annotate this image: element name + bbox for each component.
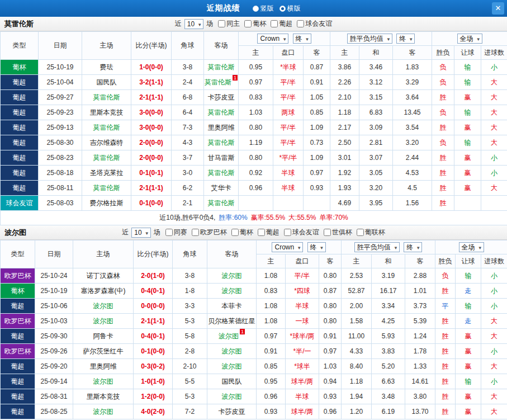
handicap-odds-away: 0.91 [319,329,342,344]
filter-checkbox-欧罗巴杯[interactable]: 欧罗巴杯 [192,228,227,237]
corner-score: 5-3 [173,389,207,404]
layout-radio-horizontal[interactable]: 横版 [279,4,301,13]
avg-odds-away: 3.64 [393,90,432,105]
team-name: 莫雷伦斯 [4,19,34,29]
handicap-line: *球半/两 [286,329,319,344]
games-count-select[interactable]: 10 [131,228,150,238]
handicap-result-cell: 赢 [456,359,481,374]
match-row: 葡超25-08-18圣塔克莱拉0-1(0-1)3-0莫雷伦斯0.92半球0.97… [1,166,507,181]
corner-score: 5-3 [173,314,207,329]
section-moreirense: 莫雷伦斯 近 10 场 同主葡杯葡超球会友谊 类型 日期 主场 比分(半场) [0,17,507,225]
checkbox-icon[interactable] [284,229,291,236]
avg-odds-away: 1.01 [405,284,435,299]
match-score: 2-1(1-1) [131,90,172,105]
filter-checkbox-葡超[interactable]: 葡超 [258,228,279,237]
handicap-odds-group: Crown 终 [239,32,330,46]
filter-games-label: 场 [206,19,213,29]
corner-score: 3-3 [173,299,207,314]
match-score: 0-4(0-1) [134,329,173,344]
home-team: 圣塔克莱拉 [82,166,131,181]
filter-checkbox-葡超[interactable]: 葡超 [271,19,292,29]
filter-near-label: 近 [122,228,129,237]
avg-odds-draw: 6.19 [372,404,405,419]
match-row: 葡超25-08-25波尔图4-0(2-0)7-2卡莎皮亚0.93球半/两0.96… [1,404,507,419]
handicap-odds-home: 0.85 [257,359,286,374]
checkbox-icon[interactable] [271,20,278,27]
corner-score: 7-2 [173,404,207,419]
competition-badge: 葡超 [1,150,39,166]
competition-badge: 葡超 [1,105,39,120]
filter-checkbox-label: 欧罗巴杯 [200,228,227,237]
filter-checkbox-世俱杯[interactable]: 世俱杯 [324,228,352,237]
handicap-odds-away: 0.80 [319,314,342,329]
filter-checkbox-葡杯[interactable]: 葡杯 [231,228,253,237]
avg-odds-away: 3.80 [405,389,435,404]
checkbox-icon[interactable] [192,229,199,236]
handicap-line: *平/半 [273,150,304,166]
handicap-final-select[interactable]: 终 [293,34,311,44]
scope-select[interactable]: 全场 [457,34,482,44]
filter-checkbox-球会友谊[interactable]: 球会友谊 [284,228,319,237]
handicap-odds-away: 1.09 [304,120,330,135]
away-team: 本菲卡 [207,299,257,314]
avg-odds-home: 8.40 [342,359,372,374]
filter-checkbox-同主[interactable]: 同主 [218,19,240,29]
avg-odds-draw: 3.48 [372,389,405,404]
avg-odds-select[interactable]: 胜平负均值 [347,34,392,44]
checkbox-icon[interactable] [244,20,252,27]
match-date: 25-10-06 [35,299,73,314]
col-goals: 进球数 [481,254,507,268]
filter-checkbox-球会友谊[interactable]: 球会友谊 [297,19,332,29]
layout-radio-vertical[interactable]: 竖版 [253,4,274,13]
checkbox-icon[interactable] [218,20,225,27]
match-score: 0-1(0-1) [131,166,172,181]
handicap-line: 球半/两 [286,404,319,419]
avg-final-select[interactable]: 终 [404,242,422,252]
popup-title: 近期战绩 [207,3,240,13]
checkbox-icon[interactable] [231,229,239,236]
handicap-odds-away: 0.93 [319,389,342,404]
match-date: 25-09-30 [35,329,73,344]
avg-odds-draw: 6.63 [372,374,405,389]
match-row: 欧罗巴杯25-10-03波尔图2-1(1-1)5-3贝尔格莱德红星1.08一球0… [1,314,507,329]
radio-unchecked-icon [253,6,259,12]
match-score: 0-3(0-2) [134,359,173,374]
corner-score: 6-8 [172,90,204,105]
result-cell: 平 [435,299,456,314]
scope-select[interactable]: 全场 [459,242,484,252]
avg-odds-home: 2.00 [342,299,372,314]
avg-odds-draw: 3.19 [372,268,405,284]
games-count-select[interactable]: 10 [184,19,203,29]
col-odds-away: 客 [319,254,342,268]
avg-odds-away: 3.73 [405,299,435,314]
filter-checkbox-label: 球会友谊 [292,228,319,237]
checkbox-icon[interactable] [324,229,331,236]
handicap-result-cell: 输 [454,75,481,90]
filter-checkbox-label: 葡超 [266,228,279,237]
match-date: 25-10-24 [35,268,73,284]
filter-checkbox-同赛[interactable]: 同赛 [165,228,187,237]
home-team: 莫雷伦斯 [82,181,131,196]
checkbox-icon[interactable] [357,229,364,236]
checkbox-icon[interactable] [297,20,304,27]
bookmaker-select[interactable]: Crown [257,34,288,44]
bookmaker-select[interactable]: Crown [272,242,303,252]
match-score: 3-0(0-0) [131,120,172,135]
handicap-odds-away: 0.97 [304,166,330,181]
checkbox-icon[interactable] [165,229,173,236]
handicap-odds-home: 0.91 [257,344,286,359]
match-date: 25-08-03 [39,196,82,211]
corner-score: 6-2 [172,181,204,196]
filter-checkbox-葡联杯[interactable]: 葡联杯 [357,228,385,237]
handicap-odds-home: 0.80 [239,120,273,135]
filter-checkbox-葡杯[interactable]: 葡杯 [244,19,266,29]
avg-odds-away: 3.29 [393,75,432,90]
record-summary: 近10场,胜6平0负4,胜率:60%赢率:55.5%大:55.5%单率:70% [1,211,507,225]
close-icon[interactable]: ✕ [492,2,504,15]
handicap-final-select[interactable]: 终 [307,242,326,252]
summary-row: 近10场,胜6平0负4,胜率:60%赢率:55.5%大:55.5%单率:70% [1,211,507,225]
avg-odds-home: 1.93 [330,181,359,196]
avg-final-select[interactable]: 终 [396,34,415,44]
checkbox-icon[interactable] [258,229,265,236]
avg-odds-select[interactable]: 胜平负均值 [354,242,400,252]
